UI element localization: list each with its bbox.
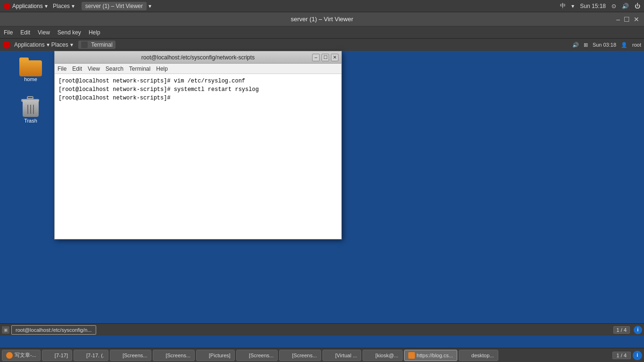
terminal-window: root@localhost:/etc/sysconfig/network-sc…	[54, 51, 342, 239]
trash-inner	[22, 96, 39, 117]
desktop-icon-home[interactable]: home	[14, 56, 47, 84]
active-window-label[interactable]: server (1) – Virt Viewer	[82, 2, 147, 10]
host-task-10[interactable]: [kiosk@...	[363, 350, 402, 361]
terminal-line-1: [root@localhost network-scripts]# vim /e…	[58, 77, 338, 85]
vm-user-icon: 👤	[621, 42, 627, 48]
vv-menu-sendkey[interactable]: Send key	[58, 29, 81, 36]
trash-body	[23, 100, 39, 117]
trash-line	[33, 105, 34, 114]
redhat-logo-icon	[4, 3, 10, 9]
task-icon-8	[283, 352, 290, 359]
datetime-display: Sun 15:18	[580, 3, 606, 9]
vv-menu-edit[interactable]: Edit	[20, 29, 30, 36]
host-task-label-3: [7-17. (.	[86, 353, 104, 358]
terminal-line-3: [root@localhost network-scripts]#	[58, 94, 338, 102]
host-task-label-1: 写文章-...	[15, 352, 36, 359]
host-task-7[interactable]: [Screens...	[236, 350, 278, 361]
host-task-label-2: [7-17]	[55, 353, 68, 358]
vm-pager[interactable]: 1 / 4	[613, 326, 630, 334]
lang-indicator: 中	[560, 2, 566, 10]
volume-icon: 🔊	[622, 3, 629, 9]
vm-applications-menu[interactable]: Applications	[14, 41, 45, 48]
host-task-9[interactable]: [Virtual ...	[322, 350, 361, 361]
host-task-2[interactable]: [7-17]	[42, 350, 72, 361]
terminal-body[interactable]: [root@localhost network-scripts]# vim /e…	[55, 74, 341, 239]
host-task-6[interactable]: [Pictures]	[196, 350, 235, 361]
term-menu-view[interactable]: View	[88, 66, 100, 72]
host-topbar-right: 中 ▾ Sun 15:18 ⊙ 🔊 ⏻	[560, 2, 640, 10]
vm-taskbar-label: root@localhost:/etc/sysconfig/n...	[16, 327, 92, 333]
vm-taskbar-right: 1 / 4 i	[613, 326, 642, 334]
host-taskbar-right: 1 / 4 i	[612, 351, 642, 360]
task-icon-11	[408, 352, 415, 359]
term-menu-terminal[interactable]: Terminal	[129, 66, 150, 72]
term-menu-search[interactable]: Search	[106, 66, 124, 72]
term-menu-help[interactable]: Help	[156, 66, 168, 72]
host-taskbar: 写文章-... [7-17] [7-17. (. [Screens... [Sc…	[0, 348, 644, 362]
trash-lines	[27, 105, 34, 114]
dropdown-arrow2: ▾	[72, 3, 74, 9]
host-task-firefox[interactable]: 写文章-...	[2, 350, 41, 361]
places-menu[interactable]: Places	[53, 3, 70, 9]
task-icon-2	[46, 352, 53, 359]
term-menu-edit[interactable]: Edit	[72, 66, 82, 72]
vm-redhat-icon	[3, 41, 10, 49]
task-icon-5	[157, 352, 164, 359]
vv-close-button[interactable]: ✕	[634, 16, 639, 23]
task-icon-3	[78, 352, 84, 359]
host-task-label-9: [Virtual ...	[335, 353, 357, 358]
wifi-icon: ⊙	[611, 3, 616, 9]
terminal-maximize-button[interactable]: ☐	[322, 54, 329, 61]
vm-volume-icon: 🔊	[572, 42, 579, 48]
folder-body	[19, 60, 42, 76]
task-icon-9	[327, 352, 333, 359]
terminal-titlebar: root@localhost:/etc/sysconfig/network-sc…	[55, 51, 341, 64]
task-icon-10	[367, 352, 373, 359]
vv-maximize-button[interactable]: ☐	[624, 16, 630, 23]
applications-menu[interactable]: Applications	[12, 3, 43, 9]
host-pager[interactable]: 1 / 4	[612, 352, 631, 359]
vm-taskbar-terminal-item[interactable]: root@localhost:/etc/sysconfig/n...	[11, 325, 96, 335]
vv-menu-view[interactable]: View	[38, 29, 50, 36]
vm-dropdown1: ▾	[47, 41, 50, 48]
vm-desktop: home Trash	[0, 51, 644, 336]
terminal-line-2: [root@localhost network-scripts]# system…	[58, 85, 338, 94]
home-folder-icon	[19, 58, 42, 76]
host-task-label-10: [kiosk@...	[375, 353, 398, 358]
terminal-title-text: root@localhost:/etc/sysconfig/network-sc…	[141, 54, 255, 61]
vv-titlebar-controls: – ☐ ✕	[616, 16, 639, 23]
terminal-minimize-button[interactable]: –	[312, 54, 320, 61]
vm-screen: Applications ▾ Places ▾ Terminal 🔊 ⊞ Sun…	[0, 39, 644, 348]
host-circle-btn[interactable]: i	[633, 351, 642, 360]
vm-user-label: root	[632, 42, 641, 48]
host-task-11[interactable]: https://blog.cs...	[404, 350, 457, 361]
vm-places-menu[interactable]: Places	[51, 41, 68, 48]
host-task-12[interactable]: desktop...	[459, 350, 498, 361]
task-icon-4	[114, 352, 121, 359]
terminal-tab-icon	[81, 41, 88, 48]
host-task-label-8: [Screens...	[292, 353, 317, 358]
host-task-label-5: [Screens...	[165, 353, 190, 358]
host-task-8[interactable]: [Screens...	[279, 350, 321, 361]
host-task-4[interactable]: [Screens...	[110, 350, 152, 361]
vv-menu-help[interactable]: Help	[89, 29, 100, 36]
vv-menubar: File Edit View Send key Help	[0, 26, 644, 39]
host-task-5[interactable]: [Screens...	[153, 350, 195, 361]
vm-terminal-tab[interactable]: Terminal	[78, 41, 115, 49]
vv-menu-file[interactable]: File	[4, 29, 13, 36]
host-task-label-7: [Screens...	[249, 353, 274, 358]
term-menu-file[interactable]: File	[58, 66, 66, 72]
power-icon[interactable]: ⏻	[635, 3, 640, 9]
dropdown-arrow: ▾	[45, 3, 48, 9]
terminal-title-buttons: – ☐ ✕	[312, 54, 339, 61]
vm-taskbar-icon: ▣	[2, 326, 9, 334]
trash-icon-shape	[19, 95, 42, 118]
vm-screen-icon: ⊞	[584, 42, 588, 48]
vv-minimize-button[interactable]: –	[616, 16, 620, 23]
desktop-icon-trash[interactable]: Trash	[14, 93, 47, 125]
terminal-close-button[interactable]: ✕	[331, 54, 339, 61]
vm-taskbar-circle-btn[interactable]: i	[634, 326, 642, 334]
vm-topbar-right: 🔊 ⊞ Sun 03:18 👤 root	[572, 42, 641, 48]
host-task-label-6: [Pictures]	[209, 353, 231, 358]
host-task-3[interactable]: [7-17. (.	[74, 350, 108, 361]
